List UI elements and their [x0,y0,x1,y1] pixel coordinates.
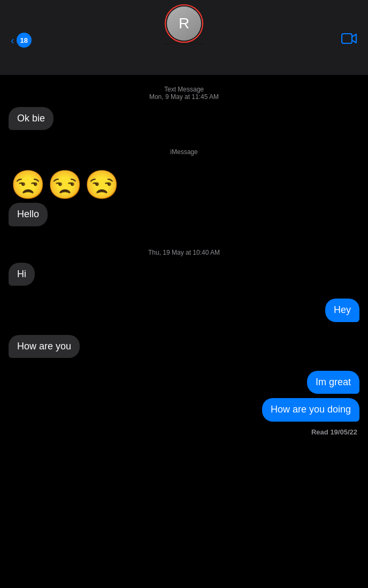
emoji-row: 😒 😒 😒 [9,171,359,198]
timestamp-thu: Thu, 19 May at 10:40 AM [9,249,359,256]
timestamp-text-message: Text Message Mon, 9 May at 11:45 AM [9,86,359,101]
message-row: How are you [9,335,359,358]
bubble-received[interactable]: Ok bie [9,107,53,130]
message-row: Hi [9,263,359,286]
header: ‹ 18 R [0,0,368,75]
timestamp-imessage: iMessage [9,148,359,156]
message-row: Hey [9,299,359,322]
emoji-1: 😒 [11,171,45,198]
back-button[interactable]: ‹ 18 [11,33,32,48]
contact-name [163,43,205,45]
message-row: Im great [9,371,359,394]
svg-rect-0 [342,34,352,43]
avatar-highlight-border: R [165,4,203,43]
bubble-sent[interactable]: How are you doing [262,398,359,421]
messages-area: Text Message Mon, 9 May at 11:45 AM Ok b… [0,75,368,447]
emoji-2: 😒 [48,171,82,198]
back-chevron-icon: ‹ [11,34,14,47]
message-row: How are you doing [9,398,359,421]
avatar: R [167,6,201,41]
contact-info[interactable]: R [163,4,205,45]
bubble-received[interactable]: Hi [9,263,35,286]
message-row: Hello [9,203,359,226]
bubble-received[interactable]: How are you [9,335,80,358]
bubble-received[interactable]: Hello [9,203,48,226]
emoji-3: 😒 [85,171,119,198]
back-badge: 18 [17,33,32,48]
video-call-button[interactable] [341,33,357,48]
read-status: Read 19/05/22 [9,428,359,436]
bubble-sent[interactable]: Im great [307,371,359,394]
bubble-sent[interactable]: Hey [325,299,359,322]
message-row: Ok bie [9,107,359,130]
